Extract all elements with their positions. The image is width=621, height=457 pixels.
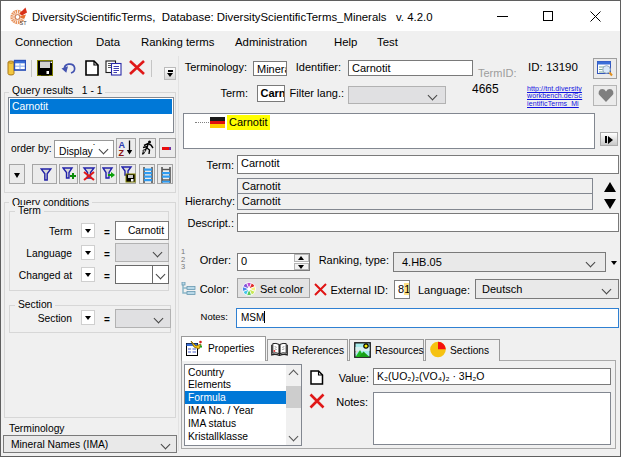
svg-text:ST: ST (20, 20, 28, 26)
svg-text:Z: Z (119, 148, 125, 157)
